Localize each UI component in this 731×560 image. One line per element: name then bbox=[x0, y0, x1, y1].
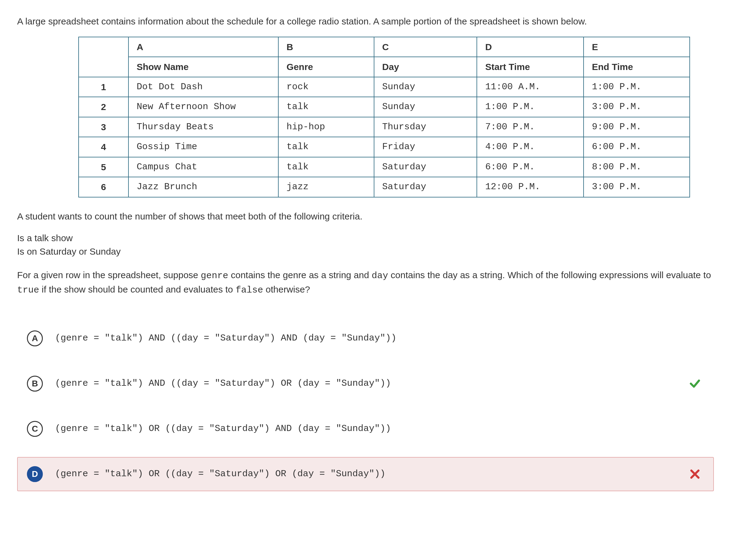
table-row: 3 Thursday Beats hip-hop Thursday 7:00 P… bbox=[79, 117, 690, 137]
mark-placeholder bbox=[689, 332, 701, 344]
cell: hip-hop bbox=[278, 117, 374, 137]
cell: talk bbox=[278, 97, 374, 117]
choice-letter: C bbox=[27, 421, 43, 437]
row-number: 5 bbox=[79, 157, 128, 177]
cell: Jazz Brunch bbox=[128, 177, 278, 197]
col-letter: C bbox=[374, 37, 477, 57]
text: if the show should be counted and evalua… bbox=[39, 284, 235, 294]
text: otherwise? bbox=[263, 284, 310, 294]
cell: 3:00 P.M. bbox=[584, 97, 690, 117]
cell: Sunday bbox=[374, 77, 477, 97]
choice-letter: D bbox=[27, 466, 43, 482]
text: contains the genre as a string and bbox=[228, 270, 372, 280]
row-number: 4 bbox=[79, 137, 128, 157]
code-false: false bbox=[235, 285, 263, 295]
cell: Friday bbox=[374, 137, 477, 157]
cell: 4:00 P.M. bbox=[477, 137, 584, 157]
code-true: true bbox=[17, 285, 39, 295]
cell: rock bbox=[278, 77, 374, 97]
cell: 1:00 P.M. bbox=[584, 77, 690, 97]
row-number: 3 bbox=[79, 117, 128, 137]
table-row: 1 Dot Dot Dash rock Sunday 11:00 A.M. 1:… bbox=[79, 77, 690, 97]
cell: 6:00 P.M. bbox=[477, 157, 584, 177]
cell: New Afternoon Show bbox=[128, 97, 278, 117]
choice-expression: (genre = "talk") AND ((day = "Saturday")… bbox=[55, 377, 677, 390]
criteria-list: Is a talk show Is on Saturday or Sunday bbox=[17, 231, 714, 258]
cell: 9:00 P.M. bbox=[584, 117, 690, 137]
col-header: Day bbox=[374, 57, 477, 77]
col-letter: D bbox=[477, 37, 584, 57]
mark-placeholder bbox=[689, 423, 701, 435]
choice-expression: (genre = "talk") OR ((day = "Saturday") … bbox=[55, 467, 677, 481]
code-day: day bbox=[372, 271, 388, 281]
answer-choice-b[interactable]: B (genre = "talk") AND ((day = "Saturday… bbox=[17, 367, 714, 401]
question-intro: A large spreadsheet contains information… bbox=[17, 15, 714, 28]
cell: 3:00 P.M. bbox=[584, 177, 690, 197]
row-number: 6 bbox=[79, 177, 128, 197]
cell: Gossip Time bbox=[128, 137, 278, 157]
code-genre: genre bbox=[201, 271, 228, 281]
cell: 12:00 P.M. bbox=[477, 177, 584, 197]
corner-cell bbox=[79, 37, 128, 77]
col-header: Genre bbox=[278, 57, 374, 77]
answer-choice-a[interactable]: A (genre = "talk") AND ((day = "Saturday… bbox=[17, 321, 714, 356]
col-header: Show Name bbox=[128, 57, 278, 77]
col-letter: A bbox=[128, 37, 278, 57]
choice-expression: (genre = "talk") OR ((day = "Saturday") … bbox=[55, 422, 677, 436]
cell: jazz bbox=[278, 177, 374, 197]
criterion: Is a talk show bbox=[17, 231, 714, 245]
cell: Campus Chat bbox=[128, 157, 278, 177]
cell: talk bbox=[278, 137, 374, 157]
cell: Thursday bbox=[374, 117, 477, 137]
col-letter: B bbox=[278, 37, 374, 57]
criterion: Is on Saturday or Sunday bbox=[17, 245, 714, 258]
cell: talk bbox=[278, 157, 374, 177]
table-row: 4 Gossip Time talk Friday 4:00 P.M. 6:00… bbox=[79, 137, 690, 157]
choice-letter: B bbox=[27, 376, 43, 392]
text: contains the day as a string. Which of t… bbox=[388, 270, 711, 280]
table-row: 6 Jazz Brunch jazz Saturday 12:00 P.M. 3… bbox=[79, 177, 690, 197]
choice-letter: A bbox=[27, 330, 43, 346]
spreadsheet-table: A B C D E Show Name Genre Day Start Time… bbox=[78, 37, 690, 197]
column-header-row: Show Name Genre Day Start Time End Time bbox=[79, 57, 690, 77]
col-letter: E bbox=[584, 37, 690, 57]
prompt-criteria-intro: A student wants to count the number of s… bbox=[17, 210, 714, 223]
row-number: 1 bbox=[79, 77, 128, 97]
incorrect-x-icon bbox=[689, 468, 701, 480]
cell: 6:00 P.M. bbox=[584, 137, 690, 157]
cell: 11:00 A.M. bbox=[477, 77, 584, 97]
answer-choices: A (genre = "talk") AND ((day = "Saturday… bbox=[17, 321, 714, 491]
cell: Saturday bbox=[374, 177, 477, 197]
cell: 8:00 P.M. bbox=[584, 157, 690, 177]
prompt-expression: For a given row in the spreadsheet, supp… bbox=[17, 268, 714, 297]
cell: 1:00 P.M. bbox=[477, 97, 584, 117]
answer-choice-d[interactable]: D (genre = "talk") OR ((day = "Saturday"… bbox=[17, 457, 714, 491]
cell: 7:00 P.M. bbox=[477, 117, 584, 137]
row-number: 2 bbox=[79, 97, 128, 117]
col-header: End Time bbox=[584, 57, 690, 77]
cell: Saturday bbox=[374, 157, 477, 177]
correct-check-icon bbox=[689, 378, 701, 390]
table-row: 5 Campus Chat talk Saturday 6:00 P.M. 8:… bbox=[79, 157, 690, 177]
text: For a given row in the spreadsheet, supp… bbox=[17, 270, 201, 280]
cell: Sunday bbox=[374, 97, 477, 117]
table-row: 2 New Afternoon Show talk Sunday 1:00 P.… bbox=[79, 97, 690, 117]
column-letter-row: A B C D E bbox=[79, 37, 690, 57]
choice-expression: (genre = "talk") AND ((day = "Saturday")… bbox=[55, 332, 677, 345]
cell: Dot Dot Dash bbox=[128, 77, 278, 97]
answer-choice-c[interactable]: C (genre = "talk") OR ((day = "Saturday"… bbox=[17, 412, 714, 446]
col-header: Start Time bbox=[477, 57, 584, 77]
cell: Thursday Beats bbox=[128, 117, 278, 137]
